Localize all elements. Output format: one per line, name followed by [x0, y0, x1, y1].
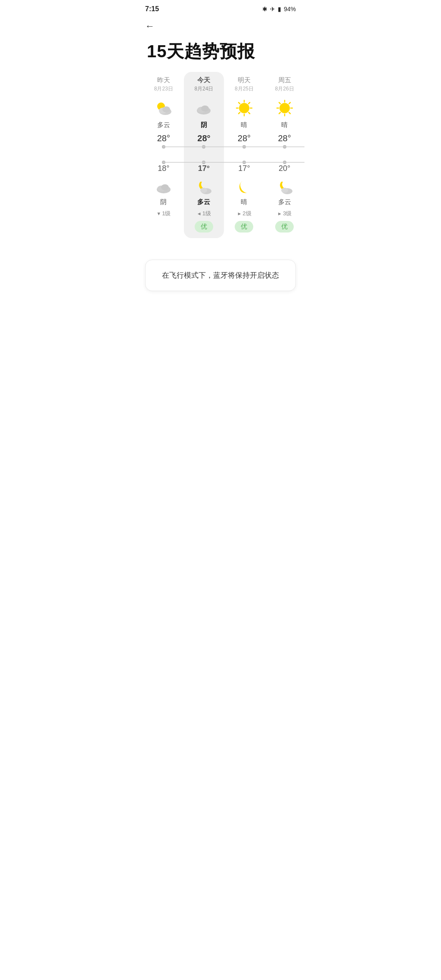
- svg-point-9: [201, 105, 209, 112]
- temp-low: 18°: [158, 164, 169, 173]
- wind-arrow: ►: [277, 211, 282, 216]
- svg-point-31: [281, 188, 288, 193]
- temp-high-dot: [162, 145, 165, 149]
- status-icons: ✱ ✈ ▮ 94%: [262, 6, 296, 12]
- svg-line-27: [289, 112, 290, 114]
- weather-icon-day: [193, 98, 214, 118]
- svg-line-29: [279, 112, 280, 114]
- notification-text: 在飞行模式下，蓝牙将保持开启状态: [162, 271, 279, 279]
- svg-point-6: [161, 184, 169, 190]
- day-name: 昨天: [157, 76, 170, 84]
- condition-night: 多云: [278, 198, 291, 206]
- temp-high-dot: [283, 145, 286, 149]
- wind-info: ► 3级: [277, 210, 292, 217]
- wind-info: ► 2级: [237, 210, 251, 217]
- weather-scroll[interactable]: 昨天 8月23日 多云 28° 18° 阴 ▼ 1级 今天 8月24日: [137, 68, 304, 247]
- temp-low-dot: [202, 161, 205, 164]
- temp-high: 28°: [278, 133, 291, 143]
- day-column-0: 昨天 8月23日 多云 28° 18° 阴 ▼ 1级: [143, 72, 184, 238]
- temp-low: 20°: [279, 164, 290, 173]
- condition-day: 晴: [241, 121, 247, 129]
- svg-line-28: [289, 102, 290, 104]
- temp-high: 28°: [197, 133, 210, 143]
- weather-table: 昨天 8月23日 多云 28° 18° 阴 ▼ 1级 今天 8月24日: [137, 72, 304, 238]
- weather-icon-night: [235, 177, 254, 196]
- condition-day: 多云: [157, 121, 170, 129]
- day-column-1: 今天 8月24日 阴 28° 17° 多云 ◄ 1级 优: [184, 72, 224, 238]
- svg-point-21: [280, 103, 290, 113]
- page-title: 15天趋势预报: [137, 32, 304, 68]
- day-column-3: 周五 8月26日 晴 28° 20° 多云: [264, 72, 304, 238]
- weather-icon-night: [154, 177, 173, 196]
- aqi-badge: 优: [235, 221, 253, 233]
- svg-line-26: [279, 102, 280, 104]
- wind-arrow: ▼: [156, 211, 161, 216]
- condition-night: 晴: [241, 198, 247, 206]
- weather-icon-day: [153, 98, 174, 118]
- wind-arrow: ►: [237, 211, 242, 216]
- day-name: 今天: [197, 76, 210, 84]
- temp-low-dot: [242, 161, 246, 164]
- temp-low-dot: [162, 161, 165, 164]
- airplane-icon: ✈: [270, 6, 275, 12]
- weather-icon-day: [234, 98, 255, 118]
- day-name: 周五: [278, 76, 291, 84]
- wind-info: ◄ 1级: [197, 210, 211, 217]
- notification-box: 在飞行模式下，蓝牙将保持开启状态: [145, 260, 296, 291]
- back-button[interactable]: ←: [137, 16, 304, 32]
- svg-point-11: [200, 188, 207, 193]
- svg-point-3: [162, 106, 170, 112]
- condition-day: 阴: [201, 121, 207, 129]
- temp-high-dot: [202, 145, 205, 149]
- day-date: 8月25日: [235, 85, 254, 93]
- temp-low: 17°: [238, 164, 250, 173]
- condition-night: 多云: [197, 198, 210, 206]
- day-date: 8月24日: [194, 85, 213, 93]
- day-date: 8月26日: [275, 85, 294, 93]
- day-column-2: 明天 8月25日 晴 28° 17° 晴 ► 2级: [224, 72, 264, 238]
- day-name: 明天: [238, 76, 251, 84]
- weather-icon-night: [275, 177, 294, 196]
- status-time: 7:15: [145, 5, 159, 13]
- status-bar: 7:15 ✱ ✈ ▮ 94%: [137, 0, 304, 16]
- wind-level: 1级: [162, 210, 171, 217]
- temp-high: 28°: [238, 133, 251, 143]
- wind-level: 2级: [242, 210, 251, 217]
- svg-line-19: [248, 102, 250, 104]
- temp-high: 28°: [157, 133, 170, 143]
- condition-day: 晴: [281, 121, 288, 129]
- wind-arrow: ◄: [197, 211, 202, 216]
- svg-point-12: [239, 103, 249, 113]
- temp-low-dot: [283, 161, 286, 164]
- condition-night: 阴: [160, 198, 167, 206]
- temp-high-dot: [242, 145, 246, 149]
- weather-icon-day: [274, 98, 295, 118]
- wind-level: 1级: [202, 210, 211, 217]
- wind-info: ▼ 1级: [156, 210, 171, 217]
- battery-percent: 94%: [284, 6, 296, 12]
- aqi-badge: 优: [275, 221, 294, 233]
- svg-line-17: [239, 102, 240, 104]
- battery-icon: ▮: [278, 6, 281, 12]
- wind-level: 3级: [283, 210, 292, 217]
- bluetooth-icon: ✱: [262, 6, 267, 12]
- svg-line-18: [248, 112, 250, 114]
- svg-line-20: [239, 112, 240, 114]
- day-date: 8月23日: [154, 85, 173, 93]
- weather-icon-night: [194, 177, 213, 196]
- temp-low: 17°: [198, 164, 210, 173]
- aqi-badge: 优: [195, 221, 213, 233]
